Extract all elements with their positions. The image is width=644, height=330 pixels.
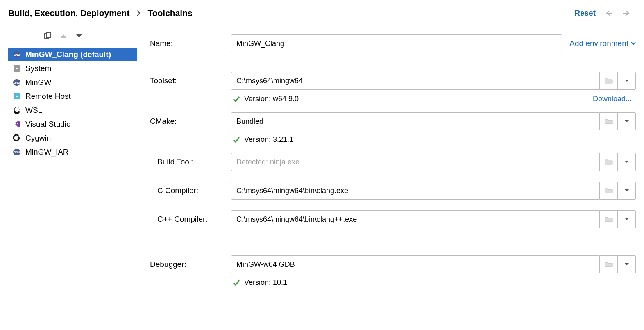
list-item[interactable]: Visual Studio	[8, 117, 137, 131]
chevron-down-icon	[631, 41, 636, 46]
folder-icon	[605, 77, 613, 84]
browse-button[interactable]	[600, 210, 618, 228]
list-item[interactable]: Cygwin	[8, 131, 137, 145]
folder-icon	[605, 187, 613, 194]
system-icon	[12, 64, 21, 73]
svg-point-10	[16, 109, 16, 109]
browse-button[interactable]	[600, 153, 618, 171]
list-item-label: Visual Studio	[25, 120, 71, 129]
svg-text:GNU: GNU	[14, 53, 20, 56]
debugger-label: Debugger:	[149, 260, 231, 269]
check-icon	[233, 280, 240, 286]
list-item-label: Cygwin	[25, 134, 51, 143]
dropdown-button[interactable]	[618, 210, 636, 228]
move-down-icon[interactable]	[75, 33, 83, 39]
chevron-down-icon	[624, 189, 629, 193]
list-item[interactable]: WSL	[8, 103, 137, 117]
list-item-label: MinGW_Clang (default)	[25, 50, 111, 59]
list-item-label: Remote Host	[25, 92, 71, 101]
dropdown-button[interactable]	[618, 182, 636, 200]
list-item[interactable]: System	[8, 61, 137, 75]
list-item[interactable]: GNU MinGW_Clang (default)	[8, 48, 137, 61]
chevron-down-icon	[624, 262, 629, 266]
wsl-icon	[12, 106, 21, 115]
add-icon[interactable]	[12, 32, 20, 40]
forward-arrow-icon[interactable]	[622, 8, 632, 18]
list-item-label: WSL	[25, 106, 42, 115]
toolchain-list: GNU MinGW_Clang (default) System GNU Min…	[8, 48, 137, 159]
dropdown-button[interactable]	[618, 255, 636, 273]
toolset-status: Version: w64 9.0	[149, 95, 299, 103]
back-arrow-icon[interactable]	[604, 8, 614, 18]
list-item[interactable]: Remote Host	[8, 89, 137, 103]
browse-button[interactable]	[600, 255, 618, 273]
svg-rect-1	[46, 32, 50, 37]
list-item-label: MinGW	[25, 78, 51, 87]
svg-text:GNU: GNU	[14, 81, 20, 84]
buildtool-label: Build Tool:	[149, 157, 231, 166]
toolset-field[interactable]	[231, 72, 600, 90]
list-item-label: System	[25, 64, 51, 73]
chevron-down-icon	[624, 217, 629, 221]
dropdown-button[interactable]	[618, 153, 636, 171]
breadcrumb-parent[interactable]: Build, Execution, Deployment	[8, 8, 129, 18]
list-item[interactable]: GNU MinGW_IAR	[8, 145, 137, 159]
chevron-down-icon	[624, 119, 629, 123]
folder-icon	[605, 216, 613, 223]
cmake-field[interactable]	[231, 112, 600, 130]
cxxcompiler-field[interactable]	[231, 210, 600, 228]
toolset-label: Toolset:	[149, 76, 231, 85]
debugger-field[interactable]	[231, 255, 600, 273]
name-label: Name:	[149, 39, 231, 48]
svg-text:GNU: GNU	[14, 151, 20, 154]
svg-point-9	[14, 107, 19, 112]
folder-icon	[605, 261, 613, 268]
chevron-right-icon	[136, 10, 141, 16]
visual-studio-icon	[12, 120, 21, 129]
dropdown-button[interactable]	[618, 112, 636, 130]
cxxcompiler-label: C++ Compiler:	[149, 215, 231, 224]
cmake-status: Version: 3.21.1	[149, 135, 293, 144]
browse-button[interactable]	[600, 182, 618, 200]
gnu-icon: GNU	[12, 50, 21, 59]
folder-icon	[605, 159, 613, 165]
move-up-icon[interactable]	[60, 33, 67, 39]
reset-button[interactable]: Reset	[574, 9, 596, 18]
remote-host-icon	[12, 92, 21, 101]
chevron-down-icon	[624, 79, 629, 83]
breadcrumb-current: Toolchains	[147, 8, 192, 18]
copy-icon[interactable]	[43, 32, 52, 40]
check-icon	[233, 137, 240, 143]
cygwin-icon	[12, 134, 21, 143]
name-field[interactable]	[231, 34, 562, 52]
remove-icon[interactable]	[28, 32, 35, 40]
divider	[149, 61, 636, 61]
debugger-status: Version: 10.1	[149, 278, 287, 287]
list-item[interactable]: GNU MinGW	[8, 75, 137, 89]
download-link[interactable]: Download...	[593, 95, 636, 103]
ccompiler-field[interactable]	[231, 182, 600, 200]
buildtool-field[interactable]	[231, 153, 600, 171]
cmake-label: CMake:	[149, 117, 231, 126]
add-environment-link[interactable]: Add environment	[562, 39, 636, 48]
dropdown-button[interactable]	[618, 72, 636, 90]
gnu-icon: GNU	[12, 148, 21, 157]
svg-point-11	[18, 109, 18, 109]
browse-button[interactable]	[600, 72, 618, 90]
browse-button[interactable]	[600, 112, 618, 130]
gnu-icon: GNU	[12, 78, 21, 87]
check-icon	[233, 96, 240, 102]
chevron-down-icon	[624, 160, 629, 164]
list-item-label: MinGW_IAR	[25, 148, 69, 157]
folder-icon	[605, 118, 613, 125]
breadcrumb: Build, Execution, Deployment Toolchains	[8, 8, 193, 18]
ccompiler-label: C Compiler:	[149, 186, 231, 195]
